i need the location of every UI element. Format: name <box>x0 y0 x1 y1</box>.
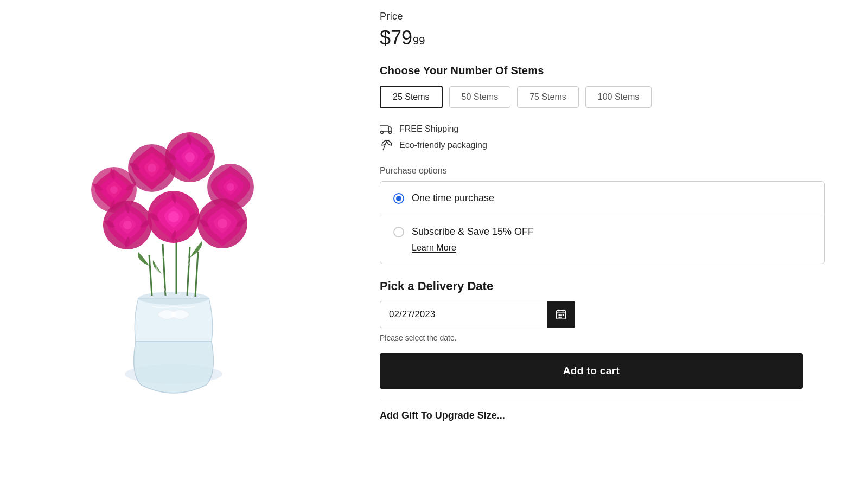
svg-rect-30 <box>558 314 560 316</box>
date-hint: Please select the date. <box>380 333 825 342</box>
calendar-icon <box>555 309 567 320</box>
svg-point-11 <box>148 164 156 172</box>
svg-line-7 <box>195 252 198 297</box>
eco-packaging-text: Eco-friendly packaging <box>399 140 487 150</box>
svg-point-9 <box>110 186 118 194</box>
svg-point-2 <box>171 312 176 317</box>
calendar-button[interactable] <box>547 301 575 328</box>
svg-point-24 <box>389 131 392 134</box>
add-to-cart-button[interactable]: Add to cart <box>380 353 803 389</box>
subscribe-label: Subscribe & Save 15% OFF <box>412 226 534 237</box>
truck-icon <box>380 124 394 134</box>
svg-line-4 <box>163 244 165 296</box>
svg-rect-33 <box>558 317 560 318</box>
leaf-icon <box>380 140 394 151</box>
free-shipping-text: FREE Shipping <box>399 124 458 134</box>
radio-one-time[interactable] <box>393 193 404 204</box>
stems-section-label: Choose Your Number Of Stems <box>380 65 825 77</box>
learn-more-link[interactable]: Learn More <box>412 243 456 253</box>
one-time-label: One time purchase <box>412 192 494 204</box>
stem-option-50[interactable]: 50 Stems <box>449 86 511 108</box>
svg-line-3 <box>149 255 152 296</box>
svg-point-23 <box>381 131 384 134</box>
page-container: Price $7999 Choose Your Number Of Stems … <box>0 0 868 488</box>
delivery-date-input[interactable] <box>380 301 547 328</box>
stem-option-100[interactable]: 100 Stems <box>585 86 652 108</box>
delivery-label: Pick a Delivery Date <box>380 279 825 293</box>
svg-point-17 <box>123 221 132 229</box>
purchase-option-subscribe[interactable]: Subscribe & Save 15% OFF Learn More <box>380 215 824 264</box>
product-image-section <box>0 0 347 488</box>
svg-rect-32 <box>563 314 564 316</box>
stem-option-75[interactable]: 75 Stems <box>517 86 579 108</box>
svg-rect-34 <box>560 317 562 318</box>
svg-point-15 <box>227 183 234 191</box>
svg-rect-31 <box>560 314 562 316</box>
bottom-section-label: Add Gift To Upgrade Size... <box>380 410 825 421</box>
product-image <box>43 81 304 407</box>
svg-point-21 <box>218 219 227 228</box>
subscribe-row-inner: Subscribe & Save 15% OFF <box>393 226 534 237</box>
stems-options: 25 Stems 50 Stems 75 Stems 100 Stems <box>380 86 825 108</box>
price-main: $79 <box>380 27 412 49</box>
product-details-section: Price $7999 Choose Your Number Of Stems … <box>347 0 868 488</box>
price-value: $7999 <box>380 27 825 49</box>
svg-point-19 <box>168 211 179 222</box>
svg-line-6 <box>187 247 190 296</box>
feature-free-shipping: FREE Shipping <box>380 124 825 134</box>
features-list: FREE Shipping Eco-friendly packaging <box>380 124 825 151</box>
bottom-divider <box>380 402 803 402</box>
product-image-container <box>33 11 315 477</box>
purchase-options-box: One time purchase Subscribe & Save 15% O… <box>380 181 825 264</box>
svg-point-13 <box>185 152 195 162</box>
purchase-options-label: Purchase options <box>380 166 825 176</box>
radio-subscribe[interactable] <box>393 227 404 237</box>
date-input-row <box>380 301 575 328</box>
feature-eco-packaging: Eco-friendly packaging <box>380 140 825 151</box>
purchase-option-one-time[interactable]: One time purchase <box>380 182 824 215</box>
price-label: Price <box>380 11 825 22</box>
price-cents: 99 <box>413 35 425 47</box>
stem-option-25[interactable]: 25 Stems <box>380 86 443 108</box>
